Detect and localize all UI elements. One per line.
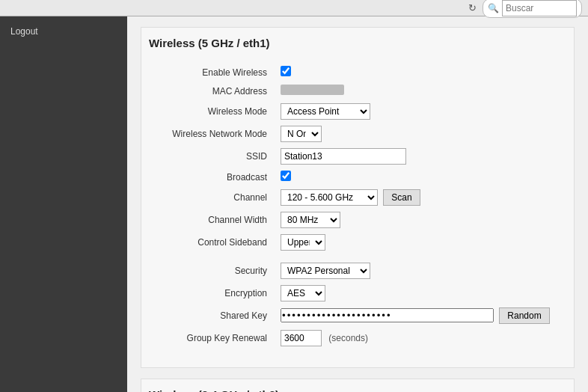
- row-wireless-mode-5ghz: Wireless Mode Access Point Client Repeat…: [149, 100, 566, 123]
- seconds-label: (seconds): [328, 333, 368, 343]
- section-5ghz-title: Wireless (5 GHz / eth1): [149, 37, 566, 52]
- label-broadcast: Broadcast: [149, 168, 276, 186]
- search-input[interactable]: [502, 0, 577, 16]
- row-ssid-5ghz: SSID: [149, 145, 566, 168]
- search-box: 🔍: [483, 0, 582, 18]
- row-broadcast-5ghz: Broadcast: [149, 168, 566, 186]
- channel-5ghz-select[interactable]: 120 - 5.600 GHz Auto: [281, 189, 378, 206]
- random-button[interactable]: Random: [499, 307, 549, 324]
- channel-width-5ghz-select[interactable]: 80 MHz 40 MHz 20 MHz: [281, 212, 340, 228]
- row-group-key-renewal-5ghz: Group Key Renewal (seconds): [149, 327, 566, 349]
- section-2_4ghz-title: Wireless (2.4 GHz / eth2): [149, 388, 566, 392]
- sidebar: Logout: [0, 16, 127, 392]
- label-channel-width: Channel Width: [149, 209, 276, 231]
- scan-button[interactable]: Scan: [383, 189, 420, 206]
- label-channel: Channel: [149, 186, 276, 209]
- ssid-5ghz-input[interactable]: [281, 148, 406, 165]
- shared-key-5ghz-input[interactable]: [281, 308, 494, 322]
- label-control-sideband: Control Sideband: [149, 231, 276, 254]
- label-security: Security: [149, 260, 276, 282]
- security-5ghz-select[interactable]: WPA2 Personal WPA2 Enterprise WEP Disabl…: [281, 263, 370, 279]
- label-mac-address: MAC Address: [149, 82, 276, 100]
- enable-wireless-5ghz-checkbox[interactable]: [281, 66, 291, 76]
- label-enable-wireless: Enable Wireless: [149, 63, 276, 82]
- wireless-network-mode-5ghz-select[interactable]: N Only B/G/N Mixed: [281, 126, 322, 142]
- broadcast-5ghz-checkbox[interactable]: [281, 171, 291, 181]
- search-icon: 🔍: [488, 3, 499, 13]
- form-5ghz: Enable Wireless MAC Address Wireless Mod…: [149, 63, 566, 349]
- row-wireless-network-mode-5ghz: Wireless Network Mode N Only B/G/N Mixed: [149, 123, 566, 145]
- label-wireless-network-mode: Wireless Network Mode: [149, 123, 276, 145]
- row-encryption-5ghz: Encryption AES TKIP: [149, 282, 566, 304]
- refresh-icon[interactable]: ↻: [468, 2, 477, 13]
- label-shared-key: Shared Key: [149, 304, 276, 327]
- row-shared-key-5ghz: Shared Key Random: [149, 304, 566, 327]
- row-enable-wireless-5ghz: Enable Wireless: [149, 63, 566, 82]
- row-control-sideband-5ghz: Control Sideband Upper Lower: [149, 231, 566, 254]
- row-channel-width-5ghz: Channel Width 80 MHz 40 MHz 20 MHz: [149, 209, 566, 231]
- main-content: Wireless (5 GHz / eth1) Enable Wireless …: [127, 16, 588, 392]
- mac-address-5ghz-value: [281, 85, 344, 95]
- wireless-mode-5ghz-select[interactable]: Access Point Client Repeater: [281, 103, 370, 120]
- control-sideband-5ghz-select[interactable]: Upper Lower: [281, 234, 325, 251]
- group-key-renewal-5ghz-input[interactable]: [281, 330, 322, 346]
- encryption-5ghz-select[interactable]: AES TKIP: [281, 285, 325, 301]
- section-5ghz: Wireless (5 GHz / eth1) Enable Wireless …: [141, 27, 575, 368]
- label-ssid: SSID: [149, 145, 276, 168]
- top-bar: ↻ 🔍: [0, 0, 588, 16]
- label-encryption: Encryption: [149, 282, 276, 304]
- label-wireless-mode: Wireless Mode: [149, 100, 276, 123]
- row-spacer: [149, 254, 566, 260]
- row-security-5ghz: Security WPA2 Personal WPA2 Enterprise W…: [149, 260, 566, 282]
- section-2_4ghz: Wireless (2.4 GHz / eth2) Enable Wireles…: [141, 379, 575, 392]
- row-channel-5ghz: Channel 120 - 5.600 GHz Auto Scan: [149, 186, 566, 209]
- sidebar-item-logout[interactable]: Logout: [0, 21, 127, 42]
- label-group-key-renewal: Group Key Renewal: [149, 327, 276, 349]
- row-mac-address-5ghz: MAC Address: [149, 82, 566, 100]
